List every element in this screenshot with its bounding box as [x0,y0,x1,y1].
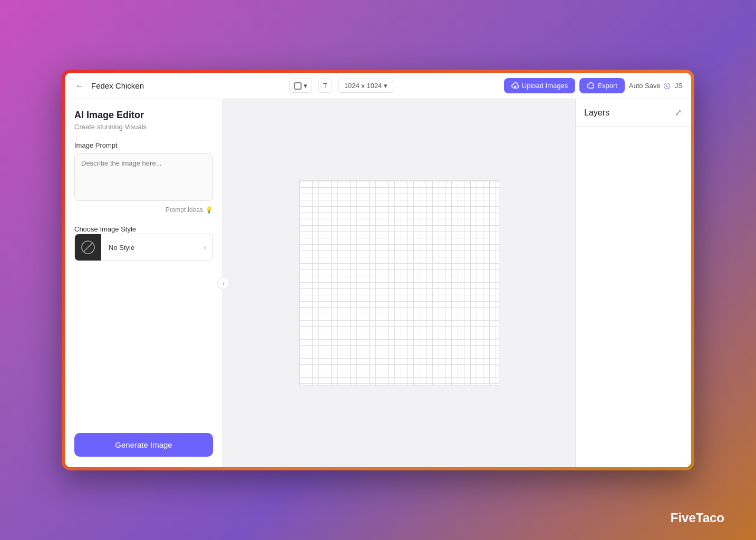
dimension-label: 1024 x 1024 ▾ [344,82,387,90]
left-sidebar: › AI Image Editor Create stunning Visual… [65,99,223,467]
main-content: › AI Image Editor Create stunning Visual… [65,99,691,467]
style-arrow-icon: › [197,243,212,252]
prompt-textarea[interactable] [74,153,213,201]
header: ← Fedex Chicken ▾ T 1024 x 1024 ▾ [65,73,691,99]
shape-tool-button[interactable]: ▾ [289,79,312,93]
generate-image-button[interactable]: Generate Image [74,433,213,457]
style-section: Choose Image Style No Style › [74,224,213,261]
header-right: Upload Images Export Auto Save JS [504,78,683,93]
editor-subtitle: Create stunning Visuals [74,123,213,131]
text-tool-button[interactable]: T [318,79,332,93]
right-panel: Layers ⤢ [575,99,691,467]
js-badge: JS [675,82,683,90]
dimension-selector[interactable]: 1024 x 1024 ▾ [338,79,393,93]
editor-title: AI Image Editor [74,110,213,121]
style-label: No Style [101,244,197,252]
back-button[interactable]: ← [73,79,86,93]
header-left: ← Fedex Chicken [73,79,179,93]
sidebar-toggle-button[interactable]: › [217,277,230,290]
style-selector[interactable]: No Style › [74,234,213,261]
auto-save-indicator: Auto Save [629,82,671,90]
prompt-footer: Prompt Ideas 💡 [74,206,213,214]
expand-layers-button[interactable]: ⤢ [674,107,683,119]
chevron-down-icon: ▾ [304,82,307,90]
no-style-icon [81,240,95,254]
image-prompt-label: Image Prompt [74,141,213,149]
sidebar-content: AI Image Editor Create stunning Visuals … [65,99,222,467]
export-button[interactable]: Export [579,78,625,93]
svg-rect-0 [295,83,301,89]
upload-btn-label: Upload Images [522,82,568,90]
bulb-icon: 💡 [205,206,213,214]
choose-style-label: Choose Image Style [74,225,136,233]
header-center: ▾ T 1024 x 1024 ▾ [185,79,498,93]
canvas-grid [299,180,499,386]
upload-images-button[interactable]: Upload Images [504,78,575,93]
outer-wrapper: ← Fedex Chicken ▾ T 1024 x 1024 ▾ [62,70,694,470]
export-btn-label: Export [597,82,617,90]
canvas-area[interactable] [223,99,575,467]
style-icon-box [75,234,101,261]
brand-name: FiveTaco [671,510,724,525]
layers-header: Layers ⤢ [576,99,691,127]
layers-title: Layers [584,108,609,118]
app-window: ← Fedex Chicken ▾ T 1024 x 1024 ▾ [65,73,691,467]
prompt-ideas-button[interactable]: Prompt Ideas 💡 [166,206,213,214]
project-title: Fedex Chicken [91,81,144,90]
brand-footer: FiveTaco [671,510,724,525]
expand-icon: ⤢ [675,108,682,117]
